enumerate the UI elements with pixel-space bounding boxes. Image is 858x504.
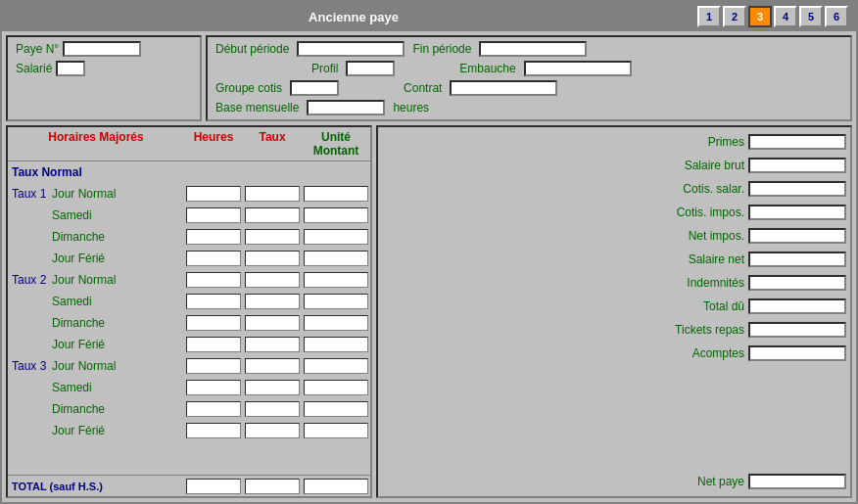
table-row: Jour Férié	[8, 334, 370, 355]
taux3-sam-taux[interactable]	[245, 380, 300, 395]
taux2-sam-unite[interactable]	[304, 294, 368, 309]
taux2-fer-heures[interactable]	[186, 337, 241, 352]
taux3-fer-unite[interactable]	[304, 423, 368, 438]
taux1-dim-taux[interactable]	[245, 229, 300, 245]
taux1-samedi: Samedi	[52, 208, 92, 222]
tickets-repas-input[interactable]	[748, 322, 846, 338]
taux3-sam-heures[interactable]	[186, 380, 241, 395]
taux3-dimanche: Dimanche	[52, 402, 105, 416]
taux1-sam-heures[interactable]	[186, 207, 241, 223]
taux2-sam-heures[interactable]	[186, 294, 241, 309]
taux3-ferie: Jour Férié	[52, 424, 105, 437]
tab-6[interactable]: 6	[825, 6, 848, 27]
debut-input[interactable]	[297, 41, 405, 57]
tickets-repas-row: Tickets repas	[382, 319, 846, 341]
taux1-fer-taux[interactable]	[245, 251, 300, 266]
taux2-dim-heures[interactable]	[186, 315, 241, 331]
profil-input[interactable]	[346, 61, 395, 76]
taux1-sam-unite[interactable]	[304, 207, 368, 223]
salaire-net-label: Salaire net	[689, 252, 744, 266]
profil-embauche-row: Profil Embauche	[215, 61, 842, 76]
taux3-jn-heures[interactable]	[186, 358, 241, 374]
taux3-jn-unite[interactable]	[304, 358, 368, 374]
tab-1[interactable]: 1	[697, 6, 721, 27]
salarie-input[interactable]	[56, 61, 85, 76]
taux3-dim-heures[interactable]	[186, 401, 241, 417]
taux3-jour-normal: Jour Normal	[52, 359, 116, 373]
taux2-fer-taux[interactable]	[245, 337, 300, 352]
taux1-dim-unite[interactable]	[304, 229, 368, 245]
net-paye-input[interactable]	[748, 474, 846, 489]
taux3-dim-taux[interactable]	[245, 401, 300, 417]
acomptes-input[interactable]	[748, 345, 846, 361]
paye-number-input[interactable]	[63, 41, 141, 57]
net-paye-row: Net paye	[382, 471, 846, 492]
taux3-sam-unite[interactable]	[304, 380, 368, 395]
cotis-impos-input[interactable]	[748, 205, 846, 220]
net-impos-label: Net impos.	[689, 229, 744, 243]
taux1-jn-heures[interactable]	[186, 186, 241, 202]
taux3-jn-taux[interactable]	[245, 358, 300, 374]
base-label: Base mensuelle	[215, 101, 299, 115]
taux2-jn-heures[interactable]	[186, 272, 241, 288]
taux2-dim-taux[interactable]	[245, 315, 300, 331]
contrat-input[interactable]	[450, 80, 557, 96]
taux3-fer-taux[interactable]	[245, 423, 300, 438]
table-body: Taux Normal Taux 1 Jour Normal	[8, 161, 370, 475]
total-du-input[interactable]	[748, 298, 846, 314]
total-taux[interactable]	[245, 479, 300, 494]
table-row: Taux 1 Jour Normal	[8, 183, 370, 205]
net-impos-row: Net impos.	[382, 225, 846, 247]
salaire-brut-row: Salaire brut	[382, 155, 846, 176]
right-panel: Primes Salaire brut Cotis. salar. Cotis.…	[376, 125, 852, 498]
taux3-dim-unite[interactable]	[304, 401, 368, 417]
taux1-fer-heures[interactable]	[186, 251, 241, 266]
table-row: Jour Férié	[8, 420, 370, 441]
table-row: Samedi	[8, 291, 370, 312]
net-impos-input[interactable]	[748, 228, 846, 244]
taux1-jn-taux[interactable]	[245, 186, 300, 202]
taux1-jn-unite[interactable]	[304, 186, 368, 202]
embauche-input[interactable]	[524, 61, 632, 76]
cotis-salar-input[interactable]	[748, 181, 846, 197]
total-unite[interactable]	[304, 479, 368, 494]
groupe-contrat-row: Groupe cotis Contrat	[215, 80, 842, 96]
salarie-label: Salarié	[16, 62, 52, 75]
salaire-net-row: Salaire net	[382, 249, 846, 270]
groupe-label: Groupe cotis	[215, 81, 282, 95]
indemnites-input[interactable]	[748, 275, 846, 291]
taux2-dim-unite[interactable]	[304, 315, 368, 331]
salaire-net-input[interactable]	[748, 252, 846, 267]
fin-input[interactable]	[479, 41, 587, 57]
paye-number-label: Paye N°	[16, 42, 59, 56]
taux2-fer-unite[interactable]	[304, 337, 368, 352]
bottom-section: Horaires Majorés Heures Taux Unité Monta…	[6, 125, 852, 498]
taux3-fer-heures[interactable]	[186, 423, 241, 438]
base-input[interactable]	[307, 100, 385, 115]
main-window: Ancienne paye 1 2 3 4 5 6 Paye N° Salari…	[0, 0, 858, 504]
taux1-dimanche: Dimanche	[52, 230, 105, 244]
tab-2[interactable]: 2	[723, 6, 746, 27]
taux2-label: Taux 2	[8, 273, 52, 287]
taux1-dim-heures[interactable]	[186, 229, 241, 245]
primes-input[interactable]	[748, 134, 846, 150]
taux1-fer-unite[interactable]	[304, 251, 368, 266]
base-row: Base mensuelle heures	[215, 100, 842, 115]
total-heures[interactable]	[186, 479, 241, 494]
taux1-ferie: Jour Férié	[52, 252, 105, 265]
net-paye-label: Net paye	[697, 475, 744, 488]
primes-label: Primes	[708, 135, 744, 149]
paye-number-row: Paye N°	[16, 41, 192, 57]
groupe-input[interactable]	[290, 80, 339, 96]
total-label: TOTAL (sauf H.S.)	[8, 481, 184, 492]
taux2-jn-taux[interactable]	[245, 272, 300, 288]
taux1-sam-taux[interactable]	[245, 207, 300, 223]
tab-4[interactable]: 4	[774, 6, 797, 27]
taux2-sam-taux[interactable]	[245, 294, 300, 309]
acomptes-row: Acomptes	[382, 343, 846, 364]
salaire-brut-input[interactable]	[748, 158, 846, 173]
tab-3[interactable]: 3	[748, 6, 772, 27]
taux2-jn-unite[interactable]	[304, 272, 368, 288]
tab-5[interactable]: 5	[799, 6, 823, 27]
tickets-repas-label: Tickets repas	[675, 323, 744, 337]
